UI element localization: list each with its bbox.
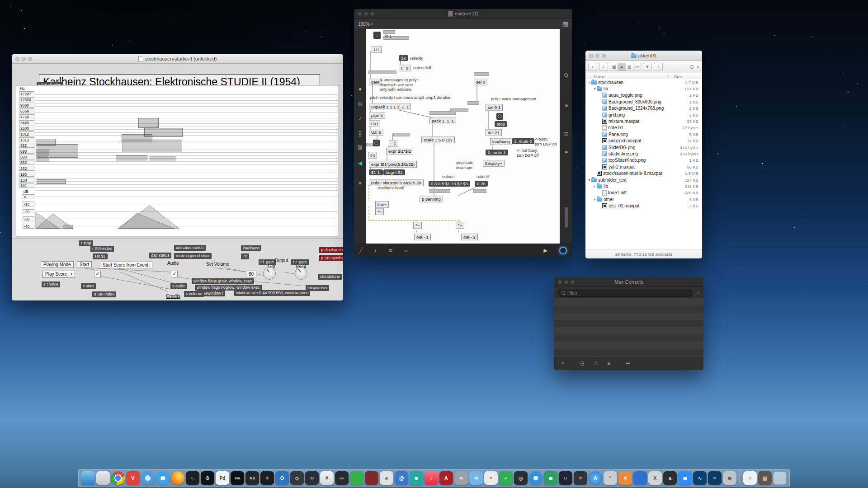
object-sel-0-1[interactable]: sel 0 1 [486,104,503,111]
file-row-lib[interactable]: ▼lib124 KB [585,85,702,92]
zoom-icon[interactable] [370,12,374,16]
object-loadbang[interactable]: loadbang [490,138,512,145]
forward-button[interactable]: › [599,63,608,71]
dock-icon-adobe[interactable]: A [439,471,453,485]
file-row-background-800x600-png[interactable]: Background_800x600.png1 KB [585,99,702,105]
minimize-icon[interactable] [22,57,26,61]
object-p-panning[interactable]: p panning [420,196,443,202]
dock-icon-ka[interactable]: Ka [245,471,259,485]
zoom-icon[interactable] [28,57,32,61]
file-row-test-01-maxpat[interactable]: test_01.maxpat3 KB [585,202,702,209]
mixture-canvas[interactable]: ↓in 1t l l$2velocity!= 0noteon/offgate<-… [366,29,560,244]
dock-icon-max[interactable] [260,471,274,485]
file-row-note-txt[interactable]: note.txt72 bytes [585,125,702,131]
object-s-start[interactable]: s start [81,283,96,289]
file-row-topsliderknob-png[interactable]: topSliderKnob.png1 KB [585,157,702,164]
patcher-sphere-icon[interactable]: ● [354,86,366,92]
dock-icon-settings-gray[interactable]: * [604,471,617,485]
dock-icon-gray-utility[interactable] [96,471,110,485]
dock-icon-affinity[interactable]: 8 [201,471,214,485]
grid-dots-icon[interactable]: ⣿ [354,131,366,137]
object-t-b-i[interactable]: t b i [369,120,380,127]
star-icon[interactable]: ★ [354,180,366,186]
object-playing-mode[interactable]: Playing Mode [41,261,74,268]
dock-icon-downloads-stack[interactable]: ▤ [758,471,772,485]
left-gain-dial[interactable] [263,267,276,280]
history-icon[interactable]: ◷ [580,360,584,366]
dock-icon-finder[interactable] [81,471,95,485]
file-row-lib[interactable]: ▼lib311 KB [585,183,702,189]
dock-icon-green-app[interactable] [350,471,363,485]
filter-input[interactable]: Filter [558,289,693,297]
dsp-power-icon[interactable] [559,247,567,254]
object-s-audio[interactable]: s audio [170,283,187,289]
mixer-icon[interactable]: ≍ [560,149,572,155]
file-row-yafr2-maxpat[interactable]: yafr2.maxpat66 KB [585,164,702,170]
dock-icon-keyboard[interactable]: # [320,471,334,485]
object-start[interactable]: Start [77,261,92,268]
object-t-l-l[interactable]: t l l [372,46,382,53]
bang-button[interactable] [373,140,380,146]
link-icon[interactable]: ∞ [404,248,408,253]
close-icon[interactable] [15,57,19,61]
dock-icon-at-mail[interactable]: @ [395,471,408,485]
object-r-stii-index[interactable]: r StII-index [90,246,114,252]
object-target-1[interactable]: target $1 [383,169,405,175]
windows-icon[interactable]: ⧉ [389,248,392,253]
search-icon[interactable] [560,72,572,79]
finder-titlebar[interactable]: jikken01 [585,51,702,61]
disclosure-triangle[interactable]: ▼ [587,178,591,182]
zoom-icon[interactable] [602,54,606,58]
view-mode-0-icon[interactable]: ▦ [610,63,618,70]
file-row-stockhausen-studie-ii-maxpat[interactable]: stockhausen-studie-II.maxpat1.5 MB [585,170,702,176]
object-unpack-1-1-1-1-1-1[interactable]: unpack 1 1 1 1. 1. 1 [369,103,411,110]
view-mode-2-icon[interactable]: ▥ [626,63,633,70]
object-out-2[interactable]: out~ 2 [461,234,478,240]
mixture-titlebar[interactable]: mixture (1) [354,9,572,19]
right-gain-dial[interactable] [295,267,307,280]
object-play-score[interactable]: Play Score▾ [42,271,75,278]
stop-button[interactable] [496,113,503,120]
object-1-mute-0[interactable]: 1, mute 0 [512,138,534,144]
audio-toggle[interactable]: ✓ [171,271,178,277]
object-int[interactable]: int [368,152,377,159]
object-thispatcher[interactable]: thispatcher [306,285,329,291]
object-sel-0[interactable]: sel 0 [474,79,487,85]
close-icon[interactable] [558,280,562,284]
file-row-grid-png[interactable]: grid.png2 KB [585,112,702,118]
dock-icon-e-reader[interactable]: e [380,471,393,485]
file-row-sinuzoid-maxpat[interactable]: sinuzoid.maxpat11 KB [585,138,702,144]
disclosure-triangle[interactable]: ▼ [593,87,597,90]
object-route-append-clear[interactable]: route append clear [174,253,212,259]
file-row-other[interactable]: ▼other6 KB [585,196,702,202]
dock-icon-cube-app[interactable]: ◇ [290,471,304,485]
minimize-icon[interactable] [564,280,568,284]
file-row-mixture-maxpat[interactable]: mixture.maxpat33 KB [585,118,702,124]
dock-icon-safari[interactable] [156,471,170,485]
object-standalone[interactable]: standalone [318,274,342,280]
object-loadbang[interactable]: loadbang [241,245,261,251]
object-1-1[interactable]: $1 1. [369,169,383,175]
score-toggle[interactable]: ✓ [94,271,101,277]
dock-icon-openoffice[interactable]: O [275,471,289,485]
comment-icon[interactable]: ◗ [374,248,377,253]
dock-icon-mixer-app[interactable]: ≍ [305,471,319,485]
dock-icon-music[interactable]: ♪ [425,471,438,485]
dock-icon-trash[interactable] [773,471,787,485]
object-line[interactable]: line~ [375,201,389,208]
zoom-icon[interactable] [571,280,575,284]
disclosure-triangle[interactable]: ▼ [593,198,597,201]
target-icon[interactable]: ◎ [354,100,366,107]
file-row-studie-line-png[interactable]: studie-line.png670 bytes [585,150,702,157]
object-2[interactable]: $2 [399,55,408,61]
dock-icon-sheets-green[interactable]: ▦ [544,471,557,485]
dock-icon-app-store[interactable]: A [589,471,602,485]
object-s-volume[interactable]: s volume [184,291,204,297]
object-dsp-status[interactable]: dsp status [149,253,171,258]
object-item[interactable]: *~ [413,222,422,229]
object-scale-1-5-0-127[interactable]: scale 1 5 0 127 [421,136,455,143]
object-p-display-cor[interactable]: p display-cor [319,247,343,253]
object-start-score-from-event[interactable]: Start Score from Event: [100,262,152,268]
file-row-tone1-aiff[interactable]: tone1.aiff305 KB [585,190,702,196]
object-0-20[interactable]: 0 20 [475,181,488,187]
